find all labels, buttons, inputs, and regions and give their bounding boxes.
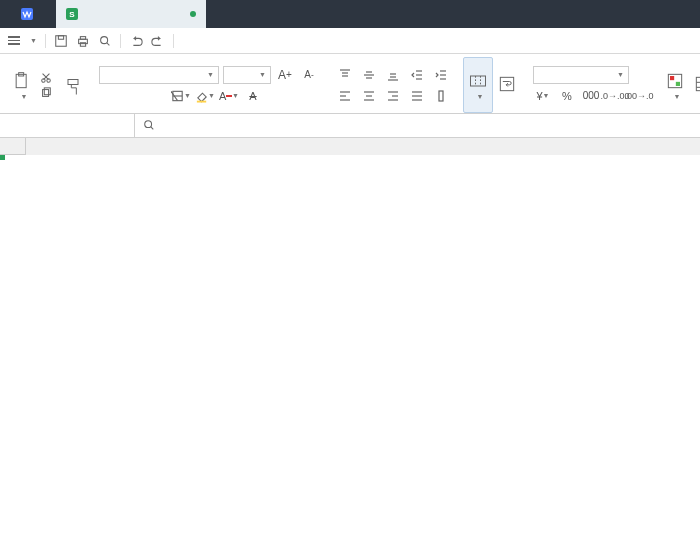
- svg-rect-55: [676, 81, 680, 85]
- cut-button[interactable]: [40, 72, 55, 84]
- increase-indent-icon[interactable]: [431, 66, 451, 84]
- merge-center-button[interactable]: ▼: [463, 57, 493, 113]
- svg-rect-54: [670, 76, 674, 80]
- selection-box: [0, 155, 4, 159]
- redo-icon[interactable]: [149, 34, 167, 48]
- separator: [120, 34, 121, 48]
- spreadsheet-grid[interactable]: [0, 138, 700, 155]
- svg-rect-4: [80, 36, 85, 39]
- percent-icon[interactable]: %: [557, 87, 577, 105]
- svg-rect-0: [21, 8, 33, 20]
- orientation-icon[interactable]: [431, 87, 451, 105]
- svg-point-60: [145, 120, 152, 127]
- align-left-icon[interactable]: [335, 87, 355, 105]
- spreadsheet-icon: S: [66, 8, 78, 20]
- align-bottom-icon[interactable]: [383, 66, 403, 84]
- font-name-select[interactable]: ▼: [99, 66, 219, 84]
- align-group: [331, 57, 455, 113]
- add-tab-button[interactable]: [206, 0, 234, 28]
- wps-brand-button[interactable]: [0, 0, 56, 28]
- caret-down-icon: ▼: [30, 37, 37, 44]
- caret-down-icon: ▼: [21, 93, 28, 100]
- ribbon: ▼ ▼ ▼ A+ A- ▼ ▼ A▼ A: [0, 54, 700, 114]
- italic-button[interactable]: [123, 87, 143, 105]
- number-format-select[interactable]: ▼: [533, 66, 629, 84]
- paste-button[interactable]: ▼: [8, 57, 36, 113]
- comma-icon[interactable]: 000: [581, 87, 601, 105]
- increase-font-icon[interactable]: A+: [275, 66, 295, 84]
- auto-wrap-button[interactable]: [493, 57, 521, 113]
- separator: [45, 34, 46, 48]
- svg-rect-49: [471, 76, 486, 86]
- svg-line-7: [107, 42, 110, 45]
- print-icon[interactable]: [74, 34, 92, 48]
- svg-rect-1: [56, 35, 67, 46]
- font-group: ▼ ▼ A+ A- ▼ ▼ A▼ A: [95, 57, 323, 113]
- svg-rect-16: [68, 80, 78, 85]
- name-box[interactable]: [0, 114, 135, 137]
- format-painter-button[interactable]: [59, 57, 87, 113]
- svg-rect-2: [58, 35, 63, 39]
- font-size-select[interactable]: ▼: [223, 66, 271, 84]
- file-tab[interactable]: S: [56, 0, 206, 28]
- svg-line-61: [151, 126, 154, 129]
- font-color-button[interactable]: A▼: [219, 87, 239, 105]
- bold-button[interactable]: [99, 87, 119, 105]
- svg-point-6: [101, 36, 108, 43]
- svg-rect-56: [696, 77, 700, 90]
- fill-color-button[interactable]: ▼: [195, 87, 215, 105]
- file-menu[interactable]: ▼: [26, 37, 39, 44]
- decrease-indent-icon[interactable]: [407, 66, 427, 84]
- underline-button[interactable]: [147, 87, 167, 105]
- table-style-button[interactable]: [689, 57, 700, 113]
- svg-rect-48: [439, 91, 443, 101]
- separator: [173, 34, 174, 48]
- copy-button[interactable]: [40, 87, 55, 99]
- borders-button[interactable]: ▼: [171, 87, 191, 105]
- align-right-icon[interactable]: [383, 87, 403, 105]
- menu-bar: ▼: [0, 28, 700, 54]
- currency-icon[interactable]: ¥▼: [533, 87, 553, 105]
- undo-icon[interactable]: [127, 34, 145, 48]
- align-center-icon[interactable]: [359, 87, 379, 105]
- align-middle-icon[interactable]: [359, 66, 379, 84]
- align-top-icon[interactable]: [335, 66, 355, 84]
- decrease-decimal-icon[interactable]: .00→.0: [629, 87, 649, 105]
- title-bar: S: [0, 0, 700, 28]
- modified-dot-icon: [190, 11, 196, 17]
- print-preview-icon[interactable]: [96, 34, 114, 48]
- hamburger-icon[interactable]: [6, 36, 22, 45]
- save-icon[interactable]: [52, 34, 70, 48]
- number-group: ▼ ¥▼ % 000 .0→.00 .00→.0: [529, 57, 653, 113]
- justify-icon[interactable]: [407, 87, 427, 105]
- strikethrough-button[interactable]: A: [243, 87, 263, 105]
- svg-rect-14: [43, 89, 49, 96]
- formula-bar: [0, 114, 700, 138]
- zoom-icon[interactable]: [143, 119, 155, 133]
- formula-input[interactable]: [167, 120, 692, 132]
- conditional-format-button[interactable]: ▼: [661, 57, 689, 113]
- decrease-font-icon[interactable]: A-: [299, 66, 319, 84]
- increase-decimal-icon[interactable]: .0→.00: [605, 87, 625, 105]
- select-all-corner[interactable]: [0, 138, 26, 155]
- clipboard-group: [36, 57, 59, 113]
- svg-rect-15: [44, 87, 50, 94]
- svg-rect-20: [197, 100, 206, 102]
